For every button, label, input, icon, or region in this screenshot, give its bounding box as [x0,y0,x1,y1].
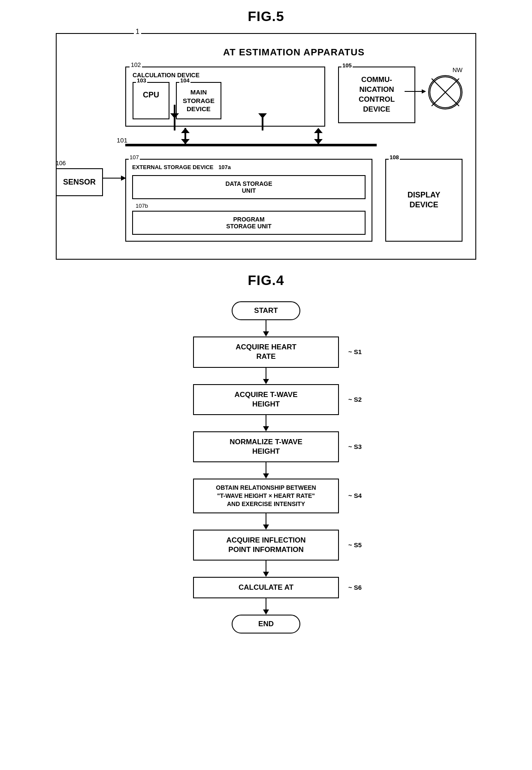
fig5-diagram: 106 SENSOR 1 AT ESTIMATION APPARATUS 102… [56,33,476,260]
display-label: DISPLAYDEVICE [408,190,440,210]
fig5-node1: 1 [134,28,141,36]
cpu-num: 103 [136,77,147,84]
main-storage-box: 104 MAINSTORAGEDEVICE [176,82,221,119]
flow-s3: NORMALIZE T-WAVEHEIGHT ~ S3 [193,431,339,462]
flow-s6: CALCULATE AT ~ S6 [193,577,339,598]
arrow-line [266,598,266,609]
flow-s3-label: NORMALIZE T-WAVEHEIGHT [230,438,302,455]
commu-num: 105 [342,62,353,70]
flow-arrow-4 [263,513,269,530]
arrow-head [263,609,269,615]
nw-section: NW [428,75,462,109]
flow-arrow-0 [263,320,269,336]
flow-s6-step: ~ S6 [348,583,362,592]
flow-s5-step: ~ S5 [348,541,362,549]
commu-nw-arrow [405,87,426,96]
flow-arrow-5 [263,561,269,577]
flowchart: START ACQUIRE HEARTRATE ~ S1 ACQUIRE T-W… [17,301,515,634]
flow-s1: ACQUIRE HEARTRATE ~ S1 [193,336,339,367]
arrow-line [266,513,266,524]
commu-box: 105 COMMU-NICATIONCONTROLDEVICE [338,67,415,123]
arrow-line [266,320,266,331]
commu-label: COMMU-NICATIONCONTROLDEVICE [359,76,395,113]
svg-rect-16 [174,105,175,113]
main-storage-label: MAINSTORAGEDEVICE [183,88,215,112]
main-storage-num: 104 [179,77,190,85]
arrow-head [263,331,269,336]
svg-marker-17 [170,113,179,115]
calc-device-label: CALCULATION DEVICE [133,72,318,79]
cpu-storage-row: 103 CPU 104 MAINSTORAGEDEVICE [133,82,318,119]
flow-s4-label: OBTAIN RELATIONSHIP BETWEEN"T-WAVE HEIGH… [216,484,316,507]
flow-start: START [232,301,300,320]
flow-s4-step: ~ S4 [348,491,362,500]
arrow-line [266,415,266,426]
flow-s6-label: CALCULATE AT [239,583,293,591]
svg-rect-19 [262,118,263,130]
prog-storage-box: PROGRAMSTORAGE UNIT [132,211,366,235]
display-box: 108 DISPLAYDEVICE [385,159,462,242]
calc-num: 102 [130,61,142,68]
fig5-title: FIG.5 [17,9,515,24]
bus-line [125,144,377,146]
ext-storage-box: 107 EXTERNAL STORAGE DEVICE 107a DATA ST… [125,159,372,242]
nw-label: NW [453,67,462,73]
flow-s3-step: ~ S3 [348,443,362,451]
cpu-label: CPU [143,91,159,99]
node107b: 107b [136,203,366,209]
svg-marker-13 [314,139,323,144]
flow-end: END [232,615,300,634]
cpu-box: 103 CPU [133,82,169,119]
data-storage-label: DATA STORAGEUNIT [225,180,272,194]
display-bus-arrow [258,113,267,130]
svg-rect-15 [174,118,175,130]
at-estimation-title: AT ESTIMATION APPARATUS [125,47,462,58]
flow-s1-label: ACQUIRE HEARTRATE [236,343,296,361]
flow-s2: ACQUIRE T-WAVEHEIGHT ~ S2 [193,384,339,415]
ext-107a: 107a [218,164,231,170]
flow-s2-label: ACQUIRE T-WAVEHEIGHT [234,391,297,408]
bus-section: 101 [125,129,462,159]
arrow-line [266,368,266,379]
data-storage-box: DATA STORAGEUNIT [132,175,366,199]
arrow-head [263,379,269,384]
fig4-title: FIG.4 [17,273,515,288]
ext-bus-arrow [170,113,179,130]
svg-rect-10 [184,128,186,134]
ext-storage-label: EXTERNAL STORAGE DEVICE [132,164,214,170]
calc-bus-arrow [181,128,190,144]
arrow-head [263,572,269,577]
arrow-head [263,426,269,431]
flow-arrow-3 [263,462,269,479]
nw-circle-svg [429,76,462,109]
bottom-row: 107 EXTERNAL STORAGE DEVICE 107a DATA ST… [125,159,462,242]
arrow-line [266,561,266,572]
flow-arrow-2 [263,415,269,431]
fig5-main-box: 1 AT ESTIMATION APPARATUS 102 CALCULATIO… [56,33,476,260]
arrow-head [263,524,269,530]
flow-s2-step: ~ S2 [348,395,362,404]
flow-s1-step: ~ S1 [348,348,362,357]
flow-arrow-6 [263,598,269,615]
flow-s4: OBTAIN RELATIONSHIP BETWEEN"T-WAVE HEIGH… [193,479,339,513]
arrow-line [266,462,266,473]
arrow-head [263,473,269,479]
flow-arrow-1 [263,368,269,384]
ext-num: 107 [129,154,140,161]
prog-storage-label: PROGRAMSTORAGE UNIT [226,216,272,230]
bus-num: 101 [117,136,127,144]
commu-bus-arrow [314,128,323,144]
flow-s5: ACQUIRE INFLECTIONPOINT INFORMATION ~ S5 [193,530,339,561]
svg-marker-6 [422,89,426,94]
flow-s5-label: ACQUIRE INFLECTIONPOINT INFORMATION [226,536,305,554]
svg-marker-9 [181,139,190,144]
ext-bus-arrow2 [170,105,179,115]
nw-circle [428,75,462,109]
display-num: 108 [389,154,400,161]
ext-label: EXTERNAL STORAGE DEVICE 107a [132,164,366,171]
calculation-device-box: 102 CALCULATION DEVICE 103 CPU 104 MAINS… [125,67,325,127]
